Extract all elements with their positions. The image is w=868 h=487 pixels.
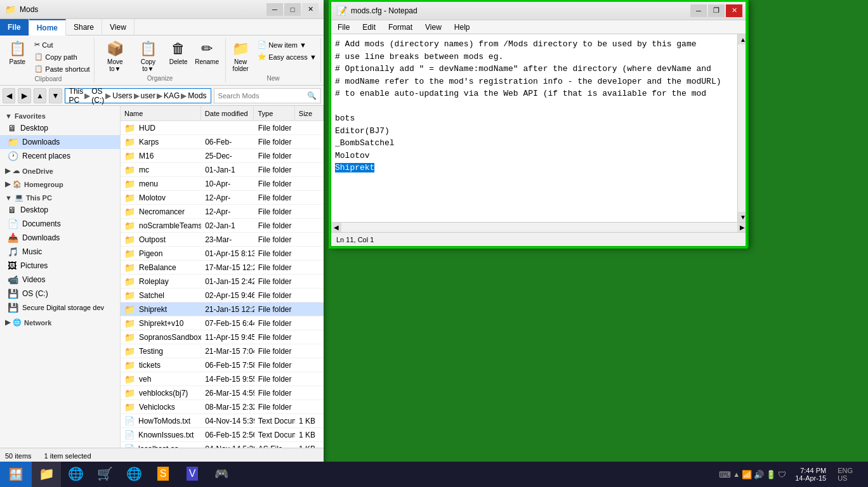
search-box[interactable]: 🔍	[214, 88, 321, 103]
taskbar-app-unknown1[interactable]: S	[148, 462, 178, 487]
search-input[interactable]	[218, 92, 307, 100]
tab-view[interactable]: View	[102, 19, 135, 36]
sidebar-item-videos[interactable]: 📹 Videos	[0, 273, 120, 287]
delete-button[interactable]: 🗑 Delete	[166, 39, 191, 67]
rename-button[interactable]: ✏ Rename	[194, 39, 220, 67]
sidebar-homegroup-group[interactable]: ▶ 🏠 Homegroup	[0, 176, 120, 190]
scroll-track-v[interactable]	[738, 44, 747, 212]
table-row[interactable]: 📁 Shiprekt+v10 07-Feb-15 6:44 PM File fo…	[121, 316, 324, 330]
sidebar-item-os[interactable]: 💾 OS (C:)	[0, 287, 120, 301]
table-row[interactable]: 📁 M16 25-Dec- File folder	[121, 149, 324, 163]
forward-button[interactable]: ▶	[18, 88, 30, 103]
paste-button[interactable]: 📋 Paste	[4, 39, 30, 67]
path-os[interactable]: OS (C:)	[91, 87, 104, 105]
copy-to-button[interactable]: 📋 Copy to▼	[133, 39, 164, 74]
arrow-up-icon[interactable]: ▲	[733, 471, 740, 478]
notepad-text[interactable]: # Add mods (directory names) from /Mods …	[331, 34, 737, 222]
address-path[interactable]: This PC ▶ OS (C:) ▶ Users ▶ user ▶ KAG ▶…	[65, 88, 211, 103]
tab-home[interactable]: Home	[29, 19, 66, 36]
paste-shortcut-button[interactable]: 📋 Paste shortcut	[32, 63, 91, 74]
new-folder-button[interactable]: 📁 Newfolder	[228, 39, 253, 74]
taskbar-lang[interactable]: ENG US	[835, 467, 855, 482]
cut-button[interactable]: ✂ Cut	[32, 39, 91, 50]
table-row[interactable]: 📁 Necromancer 12-Apr- File folder	[121, 205, 324, 219]
table-row[interactable]: 📁 ReBalance 17-Mar-15 12:27 A... File fo…	[121, 261, 324, 275]
path-this-pc[interactable]: This PC	[69, 87, 84, 105]
notepad-scrollbar-h[interactable]: ◀ ▶	[331, 222, 747, 232]
menu-edit[interactable]: Edit	[356, 20, 382, 34]
path-mods[interactable]: Mods	[188, 91, 206, 100]
sidebar-item-pictures[interactable]: 🖼 Pictures	[0, 259, 120, 273]
sidebar-item-desktop2[interactable]: 🖥 Desktop	[0, 203, 120, 217]
table-row[interactable]: 📁 menu 10-Apr- File folder	[121, 177, 324, 191]
move-to-button[interactable]: 📦 Move to▼	[100, 39, 131, 74]
col-header-date[interactable]: Date modified	[201, 106, 254, 120]
table-row[interactable]: 📁 Vehiclocks 08-Mar-15 2:32 PM File fold…	[121, 400, 324, 414]
back-button[interactable]: ◀	[3, 88, 15, 103]
recent-button[interactable]: ▼	[49, 88, 62, 103]
sidebar-item-downloads[interactable]: 📁 Downloads	[0, 135, 120, 149]
table-row[interactable]: 📁 tickets 06-Feb-15 7:58 PM File folder	[121, 358, 324, 372]
sidebar-this-pc-group[interactable]: ▼ 💻 This PC	[0, 190, 120, 203]
explorer-maximize-btn[interactable]: □	[284, 3, 301, 16]
new-item-button[interactable]: 📄 New item ▼	[256, 39, 319, 50]
show-desktop-button[interactable]	[859, 462, 863, 487]
scroll-left-arrow[interactable]: ◀	[331, 223, 341, 233]
sidebar-onedrive-group[interactable]: ▶ ☁ OneDrive	[0, 163, 120, 176]
col-header-size[interactable]: Size	[295, 106, 324, 120]
table-row[interactable]: 📁 mc 01-Jan-1 File folder	[121, 163, 324, 177]
sidebar-item-documents[interactable]: 📄 Documents	[0, 217, 120, 231]
notepad-minimize-btn[interactable]: ─	[690, 4, 707, 17]
table-row[interactable]: 📁 Satchel 02-Apr-15 9:46 PM File folder	[121, 289, 324, 302]
table-row[interactable]: 📁 SopranosSandbox 11-Apr-15 9:45 PM File…	[121, 330, 324, 344]
notepad-scrollbar-v[interactable]: ▲ ▼	[737, 34, 747, 222]
sidebar-favorites-group[interactable]: ▼ Favorites	[0, 108, 120, 121]
explorer-minimize-btn[interactable]: ─	[266, 3, 283, 16]
notepad-restore-btn[interactable]: ❐	[708, 4, 725, 17]
table-row[interactable]: 📄 KnownIssues.txt 06-Feb-15 2:56 PM Text…	[121, 428, 324, 442]
scroll-up-arrow[interactable]: ▲	[738, 34, 747, 44]
tab-share[interactable]: Share	[66, 19, 102, 36]
taskbar-app-kag[interactable]: 🎮	[207, 462, 236, 487]
tab-file[interactable]: File	[0, 19, 29, 36]
sidebar-item-storage[interactable]: 💾 Secure Digital storage dev	[0, 301, 120, 315]
taskbar-app-chrome[interactable]: 🌐	[119, 462, 148, 487]
copy-path-button[interactable]: 📋 Copy path	[32, 51, 91, 62]
table-row[interactable]: 📄 HowToMods.txt 04-Nov-14 5:39 AM Text D…	[121, 414, 324, 428]
scroll-right-arrow[interactable]: ▶	[737, 223, 747, 233]
taskbar-app-unknown2[interactable]: V	[178, 462, 207, 487]
table-row[interactable]: 📄 localhost.as 04-Nov-14 5:39 AM AS File…	[121, 442, 324, 448]
table-row[interactable]: 📁 Shiprekt 21-Jan-15 12:24 PM File folde…	[121, 302, 324, 316]
col-header-type[interactable]: Type	[254, 106, 294, 120]
path-user[interactable]: user	[141, 91, 155, 100]
table-row[interactable]: 📁 veh 14-Feb-15 9:55 PM File folder	[121, 372, 324, 386]
menu-format[interactable]: Format	[382, 20, 419, 34]
table-row[interactable]: 📁 Testing 21-Mar-15 7:04 PM File folder	[121, 344, 324, 358]
col-header-name[interactable]: Name	[121, 106, 201, 120]
sidebar-item-recent[interactable]: 🕐 Recent places	[0, 149, 120, 163]
taskbar-app-store[interactable]: 🛒	[90, 462, 119, 487]
notepad-close-btn[interactable]: ✕	[726, 4, 742, 17]
up-button[interactable]: ▲	[34, 88, 46, 103]
table-row[interactable]: 📁 noScrambleTeams 02-Jan-1 File folder	[121, 219, 324, 233]
menu-view[interactable]: View	[419, 20, 448, 34]
path-kag[interactable]: KAG	[164, 91, 180, 100]
sidebar-network-group[interactable]: ▶ 🌐 Network	[0, 315, 120, 328]
table-row[interactable]: 📁 HUD File folder	[121, 121, 324, 135]
table-row[interactable]: 📁 Karps 06-Feb- File folder	[121, 135, 324, 149]
easy-access-button[interactable]: ⭐ Easy access ▼	[256, 51, 319, 62]
menu-file[interactable]: File	[331, 20, 356, 34]
scroll-down-arrow[interactable]: ▼	[738, 212, 747, 222]
table-row[interactable]: 📁 Outpost 23-Mar- File folder	[121, 233, 324, 247]
table-row[interactable]: 📁 Molotov 12-Apr- File folder	[121, 191, 324, 205]
sidebar-item-music[interactable]: 🎵 Music	[0, 245, 120, 259]
taskbar-app-explorer[interactable]: 📁	[32, 462, 61, 487]
menu-help[interactable]: Help	[448, 20, 477, 34]
taskbar-clock[interactable]: 7:44 PM 14-Apr-15	[790, 467, 831, 482]
table-row[interactable]: 📁 Pigeon 01-Apr-15 8:13 PM File folder	[121, 247, 324, 261]
sidebar-item-desktop[interactable]: 🖥 Desktop	[0, 121, 120, 135]
path-users[interactable]: Users	[112, 91, 132, 100]
sidebar-item-downloads2[interactable]: 📥 Downloads	[0, 231, 120, 245]
table-row[interactable]: 📁 vehblocks(bj7) 26-Mar-15 4:59 PM File …	[121, 386, 324, 400]
start-button[interactable]: 🪟	[0, 462, 32, 487]
